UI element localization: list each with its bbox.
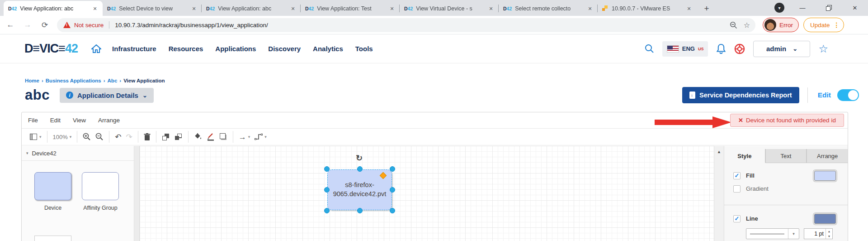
close-icon[interactable]: ✕ — [487, 5, 495, 13]
resize-handle-ne[interactable] — [390, 166, 395, 172]
shape-partial[interactable] — [34, 236, 71, 241]
home-icon[interactable] — [91, 44, 101, 53]
shape-device[interactable] — [34, 172, 71, 200]
zoom-in-icon[interactable] — [83, 133, 91, 141]
shapes-section-header[interactable]: ▾ Device42 — [22, 146, 134, 161]
spin-up-icon[interactable]: ▲ — [826, 229, 832, 234]
close-icon[interactable]: ✕ — [388, 5, 396, 13]
undo-icon[interactable]: ↶ — [115, 133, 121, 141]
close-icon[interactable]: ✕ — [289, 5, 297, 13]
zoom-out-icon[interactable] — [95, 133, 104, 141]
tab-search-button[interactable]: ▾ — [774, 3, 784, 13]
application-details-button[interactable]: i Application Details ⌄ — [60, 88, 154, 103]
search-icon[interactable] — [645, 44, 654, 53]
help-lifebuoy-icon[interactable] — [734, 43, 745, 54]
minimize-button[interactable]: — — [789, 0, 816, 16]
menu-file[interactable]: File — [28, 117, 38, 124]
line-width-spinner[interactable]: 1 pt ▲ ▼ — [804, 228, 833, 239]
fill-checkbox[interactable]: ✓ — [733, 172, 741, 179]
breadcrumb-business-applications[interactable]: Business Applications — [46, 78, 101, 83]
resize-handle-se[interactable] — [390, 208, 395, 213]
resize-handle-sw[interactable] — [324, 208, 330, 213]
resize-handle-s[interactable] — [357, 208, 363, 213]
resize-handle-n[interactable] — [357, 166, 363, 172]
shape-affinity-group[interactable] — [82, 172, 119, 200]
shadow-icon[interactable] — [219, 133, 227, 141]
url-bar[interactable]: Not secure 10.90.7.3/admin/rackraj/busin… — [57, 18, 755, 32]
menu-dots-icon[interactable]: ⋮ — [834, 21, 840, 29]
breadcrumb-home[interactable]: Home — [25, 78, 39, 83]
edit-style-diamond-handle[interactable] — [380, 172, 387, 179]
connection-arrow-button[interactable]: → ▾ — [239, 133, 250, 141]
resize-handle-e[interactable] — [390, 187, 395, 193]
language-selector[interactable]: ENG US — [662, 41, 708, 57]
zoom-indicator-icon[interactable] — [730, 21, 737, 29]
notifications-bell-icon[interactable] — [716, 43, 726, 54]
device-node[interactable]: s8-firefox-9065.device42.pvt — [327, 169, 392, 210]
not-secure-label[interactable]: Not secure — [74, 22, 104, 29]
scroll-up-icon[interactable]: ▲ — [717, 149, 721, 154]
forward-icon[interactable]: → — [21, 18, 34, 32]
waypoints-button[interactable]: ▾ — [255, 133, 267, 140]
line-color-icon[interactable] — [207, 133, 215, 141]
close-window-button[interactable]: ✕ — [842, 0, 868, 16]
nav-item-tools[interactable]: Tools — [355, 45, 373, 53]
tab-view-application-abc-2[interactable]: D42 View Application: abc ✕ — [202, 1, 301, 16]
nav-item-analytics[interactable]: Analytics — [313, 45, 343, 53]
resize-handle-w[interactable] — [324, 187, 330, 193]
to-front-icon[interactable] — [162, 133, 170, 141]
new-tab-button[interactable]: + — [700, 2, 713, 15]
delete-trash-icon[interactable] — [144, 133, 151, 141]
fill-color-icon[interactable] — [194, 133, 202, 141]
nav-item-discovery[interactable]: Discovery — [268, 45, 301, 53]
canvas-scrollbar[interactable]: ▲ — [714, 146, 724, 241]
profile-error-button[interactable]: Error — [763, 18, 799, 32]
line-style-select[interactable]: ▾ — [746, 228, 799, 239]
favorites-star-icon[interactable]: ☆ — [818, 43, 828, 54]
nav-item-resources[interactable]: Resources — [169, 45, 203, 53]
gradient-checkbox[interactable] — [733, 185, 741, 193]
close-icon[interactable]: ✕ — [91, 5, 99, 13]
to-back-icon[interactable] — [175, 133, 183, 141]
restore-button[interactable] — [816, 0, 842, 16]
nav-item-applications[interactable]: Applications — [215, 45, 256, 53]
browser-update-button[interactable]: Update ⋮ — [803, 18, 844, 32]
tab-select-device[interactable]: D42 Select Device to view ✕ — [103, 1, 202, 16]
back-icon[interactable]: ← — [4, 18, 17, 32]
device42-logo[interactable]: D≡VIC≡42 — [24, 42, 78, 56]
menu-edit[interactable]: Edit — [50, 117, 61, 124]
close-icon[interactable]: ✕ — [685, 5, 693, 13]
edit-toggle[interactable] — [837, 89, 859, 101]
close-icon[interactable]: ✕ — [190, 5, 198, 13]
tab-style[interactable]: Style — [724, 149, 765, 163]
tab-view-virtual-device[interactable]: D42 View Virtual Device - s ✕ — [400, 1, 499, 16]
menu-view[interactable]: View — [73, 117, 86, 124]
tab-view-application-test[interactable]: D42 View Application: Test ✕ — [301, 1, 400, 16]
page-view-button[interactable]: ▾ — [30, 134, 42, 140]
menu-arrange[interactable]: Arrange — [98, 117, 120, 124]
tab-view-application-abc[interactable]: D42 View Application: abc ✕ — [4, 1, 103, 16]
line-checkbox[interactable]: ✓ — [733, 215, 741, 222]
breadcrumb-abc[interactable]: Abc — [108, 78, 118, 83]
url-text[interactable]: 10.90.7.3/admin/rackraj/businessapp/1/vi… — [115, 22, 729, 29]
tab-text[interactable]: Text — [765, 149, 807, 163]
user-menu[interactable]: admin ⌄ — [753, 41, 810, 57]
line-color-swatch[interactable] — [814, 214, 836, 224]
rotate-handle-icon[interactable]: ↻ — [356, 153, 363, 163]
diagram-canvas[interactable]: ↻ s8-firefox-9065.device42.pvt — [140, 146, 714, 241]
spin-down-icon[interactable]: ▼ — [826, 234, 832, 239]
tab-arrange[interactable]: Arrange — [807, 149, 848, 163]
sidebar-divider[interactable] — [134, 146, 140, 241]
tab-vmware-esxi[interactable]: 10.90.0.7 - VMware ES ✕ — [598, 1, 697, 16]
zoom-level-button[interactable]: 100% ▾ — [53, 134, 72, 140]
close-icon[interactable]: ✕ — [586, 5, 594, 13]
redo-icon[interactable]: ↷ — [126, 133, 132, 141]
fill-color-swatch[interactable] — [814, 171, 836, 181]
bookmark-star-icon[interactable]: ☆ — [744, 21, 750, 29]
tab-select-remote-collector[interactable]: D42 Select remote collecto ✕ — [499, 1, 598, 16]
resize-handle-nw[interactable] — [324, 166, 330, 172]
not-secure-warning-icon[interactable] — [63, 22, 71, 28]
nav-item-infrastructure[interactable]: Infrastructure — [112, 45, 156, 53]
service-dependencies-report-button[interactable]: Service Dependencies Report — [682, 87, 799, 103]
reload-icon[interactable]: ⟳ — [38, 18, 52, 32]
